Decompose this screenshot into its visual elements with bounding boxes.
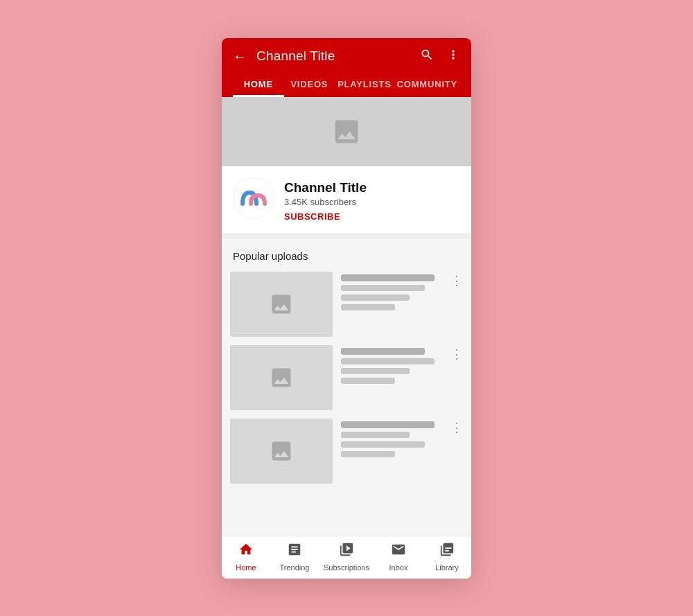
video-thumbnail[interactable]: [230, 272, 333, 337]
nav-item-inbox[interactable]: Inbox: [379, 542, 418, 572]
video-info-line2: [341, 451, 395, 457]
more-vert-icon[interactable]: [446, 48, 460, 65]
video-info-line2: [341, 378, 395, 384]
nav-inbox-label: Inbox: [389, 563, 408, 572]
nav-trending-label: Trending: [279, 563, 309, 572]
channel-info: Channel Title 3.45K subscribers SUBSCRIB…: [222, 166, 471, 234]
video-info-line2: [341, 304, 395, 310]
top-icons: [420, 48, 460, 65]
channel-name: Channel Title: [284, 180, 367, 195]
video-info-line: [341, 368, 410, 374]
video-more-icon[interactable]: ⋮: [448, 345, 463, 362]
video-title-line: [341, 274, 435, 281]
back-icon[interactable]: ←: [233, 49, 247, 64]
subscriptions-icon: [339, 542, 354, 561]
video-info-line: [341, 294, 410, 301]
video-thumbnail[interactable]: [230, 419, 333, 484]
subscribe-button[interactable]: SUBSCRIBE: [284, 211, 367, 222]
video-meta: [341, 345, 439, 384]
video-title-line: [341, 348, 425, 355]
video-info-line: [341, 441, 425, 448]
search-icon[interactable]: [420, 48, 434, 65]
nav-item-library[interactable]: Library: [428, 542, 466, 572]
table-row: ⋮: [222, 341, 471, 414]
library-icon: [439, 542, 455, 561]
nav-library-label: Library: [435, 563, 459, 572]
video-subtitle-line: [341, 358, 435, 364]
home-icon: [238, 542, 254, 561]
video-subtitle-line: [341, 285, 425, 291]
phone-container: ← Channel Title HOME VIDEOS PLAYLISTS CO…: [222, 38, 471, 579]
nav-subscriptions-label: Subscriptions: [324, 563, 369, 572]
tab-videos[interactable]: VIDEOS: [284, 72, 335, 97]
video-more-icon[interactable]: ⋮: [448, 272, 463, 288]
table-row: ⋮: [222, 414, 471, 488]
channel-title-header: Channel Title: [256, 49, 420, 64]
bottom-nav: Home Trending Subscriptions Inbox: [222, 536, 471, 579]
video-title-line: [341, 421, 435, 428]
tabs: HOME VIDEOS PLAYLISTS COMMUNITY: [233, 72, 460, 97]
video-subtitle-line: [341, 432, 410, 438]
video-list: ⋮ ⋮: [222, 267, 471, 488]
table-row: ⋮: [222, 267, 471, 341]
nav-item-home[interactable]: Home: [227, 542, 265, 572]
tab-playlists[interactable]: PLAYLISTS: [335, 72, 394, 97]
channel-banner: [222, 97, 471, 166]
separator: [222, 234, 471, 239]
video-thumbnail[interactable]: [230, 345, 333, 410]
banner-placeholder: [326, 114, 367, 150]
video-meta: [341, 272, 439, 310]
tab-home[interactable]: HOME: [233, 72, 284, 97]
top-bar: ← Channel Title HOME VIDEOS PLAYLISTS CO…: [222, 38, 471, 97]
section-title: Popular uploads: [222, 239, 471, 267]
tab-community[interactable]: COMMUNITY: [394, 72, 460, 97]
trending-icon: [287, 542, 302, 561]
video-meta: [341, 419, 439, 457]
channel-text: Channel Title 3.45K subscribers SUBSCRIB…: [284, 177, 367, 222]
nav-home-label: Home: [236, 563, 256, 572]
inbox-icon: [391, 542, 406, 561]
popular-uploads-section: Popular uploads ⋮: [222, 239, 471, 536]
nav-item-trending[interactable]: Trending: [275, 542, 314, 572]
nav-item-subscriptions[interactable]: Subscriptions: [324, 542, 369, 572]
subscriber-count: 3.45K subscribers: [284, 197, 367, 207]
video-more-icon[interactable]: ⋮: [448, 419, 463, 435]
avatar: [233, 177, 274, 219]
